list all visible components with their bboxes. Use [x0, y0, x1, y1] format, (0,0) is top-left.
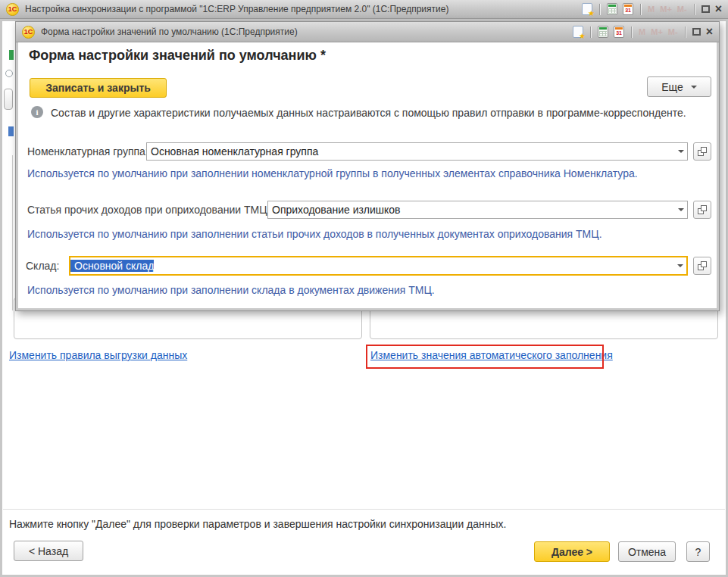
wizard-hint-text: Нажмите кнопку "Далее" для проверки пара… — [9, 518, 506, 530]
nomenclature-group-hint: Используется по умолчанию при заполнении… — [27, 167, 638, 179]
background-fragment — [9, 50, 14, 60]
titlebar-separator — [694, 4, 695, 15]
dialog-titlebar-icons: ★ 31 M M+ M- × — [573, 26, 713, 38]
warehouse-hint: Используется по умолчанию при заполнении… — [27, 284, 435, 296]
other-income-item-hint: Используется по умолчанию при заполнении… — [27, 228, 602, 240]
red-highlight-annotation — [366, 345, 604, 369]
main-window-title: Настройка синхронизации с программой "1С… — [25, 4, 448, 14]
more-button-label: Еще — [661, 81, 683, 93]
star-glyph: ★ — [588, 10, 595, 17]
help-button[interactable]: ? — [686, 541, 710, 562]
close-icon[interactable]: × — [706, 26, 713, 38]
main-window-titlebar: 1С Настройка синхронизации с программой … — [0, 0, 728, 19]
cancel-button[interactable]: Отмена — [618, 541, 676, 562]
1c-logo-icon: 1С — [6, 3, 19, 16]
back-button[interactable]: < Назад — [14, 541, 83, 561]
open-picker-button[interactable] — [693, 201, 711, 219]
open-picker-button[interactable] — [693, 142, 711, 161]
overlap-squares-icon — [701, 205, 707, 211]
calendar-day-label: 31 — [625, 6, 631, 14]
favorites-icon[interactable]: ★ — [582, 3, 592, 15]
overlap-squares-icon — [701, 261, 707, 267]
calculator-icon[interactable] — [607, 3, 617, 15]
calendar-icon[interactable]: 31 — [614, 26, 624, 38]
warehouse-label: Склад: — [26, 256, 59, 276]
overlap-squares-icon — [701, 147, 707, 153]
dropdown-arrow-icon[interactable] — [674, 201, 687, 218]
open-picker-button[interactable] — [693, 257, 711, 275]
info-message: Состав и другие характеристики получаемы… — [51, 107, 686, 119]
titlebar-separator — [631, 27, 632, 38]
memory-minus-button: M- — [677, 5, 687, 14]
change-export-rules-link[interactable]: Изменить правила выгрузки данных — [9, 349, 187, 361]
memory-recall-button: M — [648, 5, 655, 14]
star-glyph: ★ — [579, 33, 586, 40]
footer-divider — [3, 509, 725, 510]
memory-plus-button: M+ — [651, 27, 663, 36]
titlebar-separator — [640, 4, 641, 15]
nomenclature-group-value: Основная номенклатурная группа — [147, 145, 318, 158]
dialog-heading: Форма настройки значений по умолчанию * — [29, 48, 326, 64]
default-values-dialog: 1С Форма настройки значений по умолчанию… — [15, 21, 720, 311]
memory-recall-button: M — [639, 27, 645, 36]
background-fragment — [8, 126, 14, 136]
background-fragment — [5, 70, 13, 77]
warehouse-input[interactable]: Основной склад — [69, 256, 688, 276]
titlebar-separator — [590, 27, 591, 38]
close-icon[interactable]: × — [715, 3, 722, 15]
main-titlebar-icons: ★ 31 M M+ M- × — [582, 3, 722, 15]
nomenclature-group-label: Номенклатурная группа: — [27, 142, 148, 161]
warehouse-value-selected: Основной склад — [70, 260, 154, 272]
titlebar-separator — [685, 27, 686, 38]
background-fragment — [4, 89, 13, 110]
dialog-titlebar: 1С Форма настройки значений по умолчанию… — [16, 22, 719, 42]
info-icon: i — [31, 106, 43, 118]
calendar-icon[interactable]: 31 — [623, 3, 633, 15]
more-button[interactable]: Еще — [647, 76, 711, 97]
favorites-icon[interactable]: ★ — [573, 26, 583, 38]
other-income-item-value: Оприходование излишков — [268, 204, 400, 216]
dropdown-arrow-icon[interactable] — [673, 257, 686, 274]
calculator-icon[interactable] — [598, 26, 608, 38]
calendar-day-label: 31 — [616, 29, 622, 37]
other-income-item-label: Статья прочих доходов при оприходовании … — [27, 201, 270, 219]
memory-plus-button: M+ — [660, 5, 672, 14]
memory-minus-button: M- — [668, 27, 678, 36]
nomenclature-group-input[interactable]: Основная номенклатурная группа — [146, 142, 688, 161]
next-button[interactable]: Далее > — [534, 541, 610, 562]
maximize-icon[interactable] — [692, 28, 701, 36]
chevron-down-icon — [691, 86, 697, 89]
dropdown-arrow-icon[interactable] — [674, 143, 687, 160]
titlebar-separator — [599, 4, 600, 15]
dialog-body: Форма настройки значений по умолчанию * … — [18, 42, 717, 308]
dialog-window-title: Форма настройки значений по умолчанию (1… — [41, 27, 298, 37]
other-income-item-input[interactable]: Оприходование излишков — [267, 201, 688, 219]
maximize-icon[interactable] — [701, 5, 710, 13]
1c-logo-icon: 1С — [22, 26, 35, 39]
save-and-close-button[interactable]: Записать и закрыть — [30, 78, 167, 98]
background-fragment — [12, 155, 13, 310]
